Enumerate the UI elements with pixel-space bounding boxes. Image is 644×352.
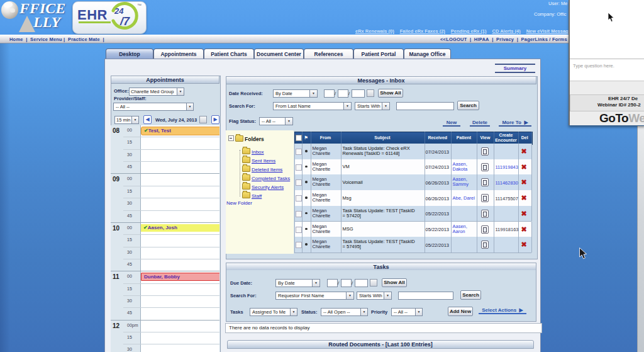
svg-text:™: ™: [137, 3, 142, 8]
svg-text:24: 24: [114, 6, 124, 16]
svg-text:/7: /7: [119, 15, 130, 28]
